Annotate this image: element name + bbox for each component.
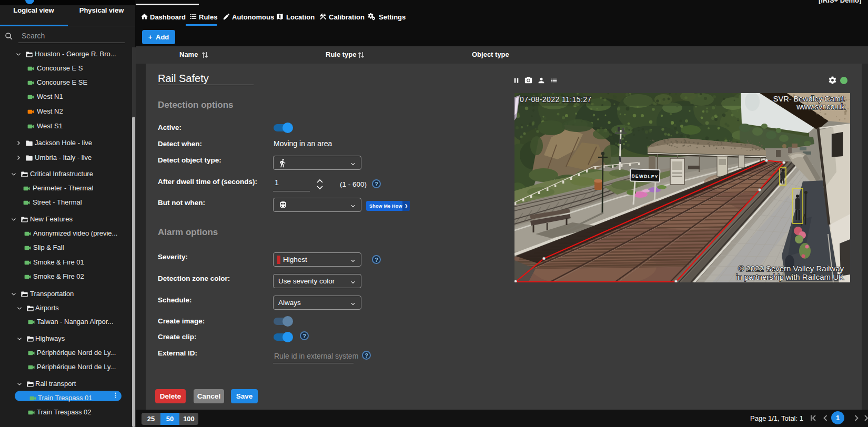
svg-text:07-08-2022 11:15:27: 07-08-2022 11:15:27: [520, 95, 592, 104]
svg-text:BEWDLEY: BEWDLEY: [631, 173, 658, 179]
svg-text:in partnership with Railcam UK: in partnership with Railcam UK: [736, 272, 844, 281]
svg-text:© 2022 Severn Valley Railway: © 2022 Severn Valley Railway: [738, 264, 844, 273]
svg-text:SVR- Bewdley Cam1: SVR- Bewdley Cam1: [773, 95, 845, 103]
svg-text:www.svr.co.uk: www.svr.co.uk: [796, 103, 845, 111]
